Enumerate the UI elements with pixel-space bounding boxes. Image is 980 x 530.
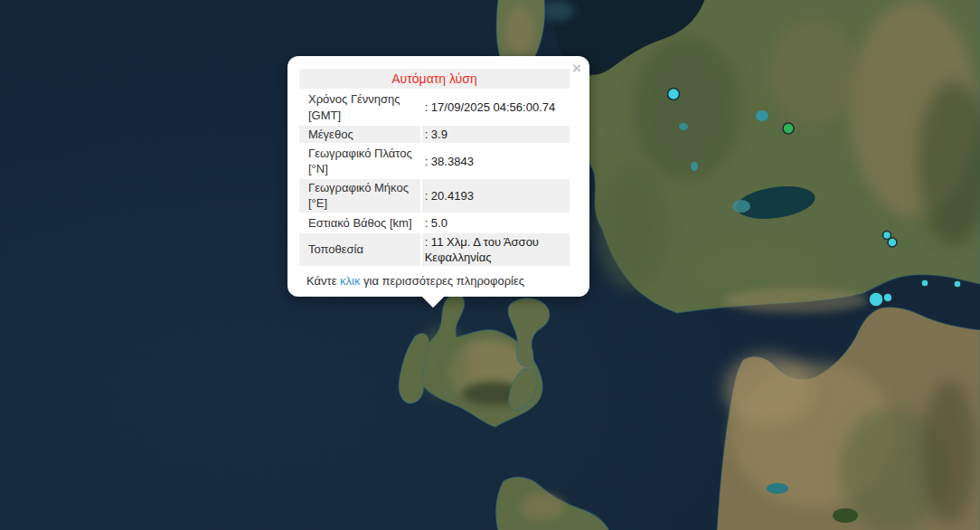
earthquake-marker[interactable] xyxy=(921,279,928,287)
earthquake-marker[interactable] xyxy=(668,89,680,100)
row-label-longitude: Γεωγραφικό Μήκος [°E] xyxy=(299,179,420,212)
map-viewport: × Αυτόματη λύση Χρόνος Γέννησης [GMT] : … xyxy=(0,0,980,530)
row-label-latitude: Γεωγραφικό Πλάτος [°N] xyxy=(299,145,420,177)
earthquake-marker[interactable] xyxy=(783,123,794,134)
footer-text-pre: Κάντε xyxy=(306,274,340,288)
row-value-latitude: : 38.3843 xyxy=(422,145,570,177)
shallow-water xyxy=(542,1,574,21)
earthquake-marker[interactable] xyxy=(888,238,897,247)
row-label-depth: Εστιακό Βάθος [km] xyxy=(299,214,420,232)
earthquake-info-table: Αυτόματη λύση Χρόνος Γέννησης [GMT] : 17… xyxy=(297,67,571,268)
row-value-location: : 11 Χλμ. Δ του Άσσου Κεφαλληνίας xyxy=(422,233,570,266)
earthquake-marker[interactable] xyxy=(954,280,961,288)
earthquake-popup: × Αυτόματη λύση Χρόνος Γέννησης [GMT] : … xyxy=(287,56,589,297)
more-info-link[interactable]: κλικ xyxy=(340,274,360,288)
row-label-magnitude: Μέγεθος xyxy=(299,126,420,143)
popup-content: Αυτόματη λύση Χρόνος Γέννησης [GMT] : 17… xyxy=(297,67,571,288)
row-value-magnitude: : 3.9 xyxy=(422,126,570,143)
row-value-depth: : 5.0 xyxy=(422,214,570,232)
footer-text-post: για περισσότερες πληροφορίες xyxy=(360,274,524,288)
popup-close-button[interactable]: × xyxy=(572,61,581,76)
popup-title: Αυτόματη λύση xyxy=(299,69,570,89)
popup-footer: Κάντε κλικ για περισσότερες πληροφορίες xyxy=(306,274,571,288)
row-value-longitude: : 20.4193 xyxy=(422,179,570,212)
earthquake-marker[interactable] xyxy=(869,292,883,307)
earthquake-marker[interactable] xyxy=(883,293,892,302)
row-label-origin-time: Χρόνος Γέννησης [GMT] xyxy=(299,90,420,123)
row-label-location: Τοποθεσία xyxy=(299,233,420,266)
row-value-origin-time: : 17/09/2025 04:56:00.74 xyxy=(422,90,570,123)
